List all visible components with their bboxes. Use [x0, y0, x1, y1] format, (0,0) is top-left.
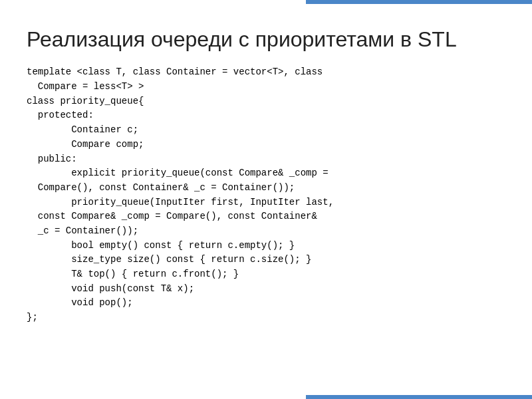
top-accent-bar: [306, 0, 532, 4]
slide: Реализация очереди с приоритетами в STL …: [0, 0, 532, 399]
code-block: template <class T, class Container = vec…: [27, 65, 505, 325]
bottom-accent-bar: [306, 395, 532, 399]
slide-title: Реализация очереди с приоритетами в STL: [27, 27, 505, 52]
